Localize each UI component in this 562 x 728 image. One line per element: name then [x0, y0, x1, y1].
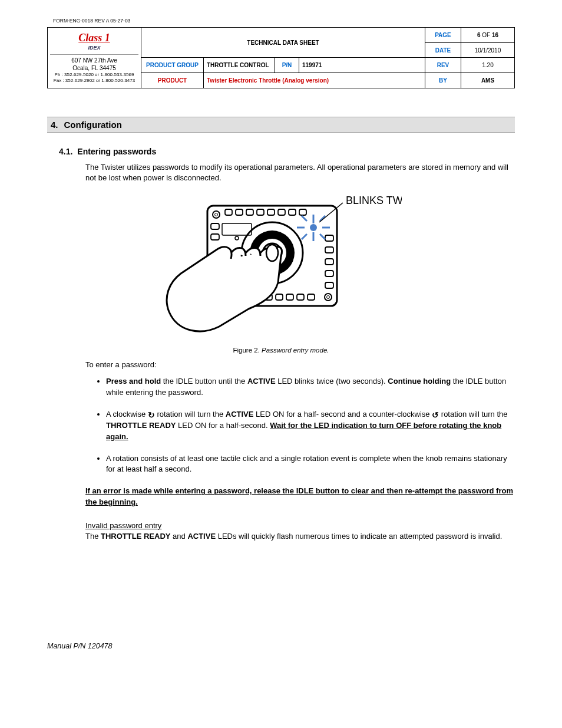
step1-bold1: Press and hold [106, 377, 161, 386]
svg-point-2 [215, 213, 218, 216]
group-label: PRODUCT GROUP [141, 58, 204, 73]
svg-point-3 [325, 294, 332, 301]
svg-point-1 [213, 211, 220, 218]
pn-value: 119971 [299, 58, 425, 73]
svg-rect-12 [299, 209, 306, 215]
svg-rect-6 [236, 209, 243, 215]
figure-annotation: BLINKS TWICE [346, 195, 402, 206]
svg-line-36 [302, 216, 307, 221]
error-note: If an error is made while entering a pas… [85, 486, 515, 507]
subsection-heading: 4.1.Entering passwords [59, 147, 515, 156]
subsection-num: 4.1. [59, 147, 72, 156]
invalid-heading: Invalid password entry [85, 521, 161, 530]
svg-point-27 [235, 236, 239, 240]
pn-label: P/N [275, 58, 299, 73]
form-id: FORM-ENG-0018 REV A 05-27-03 [53, 18, 515, 24]
section-heading: 4.Configuration [47, 117, 515, 133]
svg-point-4 [327, 296, 330, 299]
logo-addr1: 607 NW 27th Ave [50, 57, 138, 64]
step2-t1: A clockwise [106, 410, 148, 419]
svg-line-38 [302, 234, 307, 239]
svg-rect-26 [222, 223, 252, 235]
figure-caption: Figure 2. Password entry mode. [47, 347, 515, 354]
svg-rect-15 [276, 294, 283, 300]
caption-label: Figure 2. [233, 347, 259, 354]
logo-phone: Ph : 352-629-5020 or 1-800-533-3569 [50, 72, 138, 78]
page-total: 16 [492, 32, 498, 38]
figure: BLINKS TWICE Figure 2. Password entry mo… [47, 194, 515, 354]
step2-t3: LED ON for a half- second and a counter-… [253, 410, 432, 419]
inv-b2: ACTIVE [187, 532, 216, 541]
rev-label: REV [425, 58, 461, 73]
step2-bold2: THROTTLE READY [106, 421, 176, 430]
step2-t2: rotation will turn the [155, 410, 226, 419]
svg-line-39 [320, 234, 325, 239]
page-value: 6 OF 16 [461, 28, 515, 43]
footer: Manual P/N 120478 [47, 642, 515, 650]
inv-b1: THROTTLE READY [101, 532, 170, 541]
inv-t3: LEDs will quickly flash numerous times t… [216, 532, 502, 541]
logo-sub: IDEX [50, 45, 138, 52]
doc-title: TECHNICAL DATA SHEET [141, 28, 425, 58]
logo-cell: Class 1 IDEX 607 NW 27th Ave Ocala, FL 3… [48, 28, 141, 88]
date-value: 10/1/2010 [461, 42, 515, 58]
figure-svg: BLINKS TWICE [160, 194, 402, 341]
step1-t1: the IDLE button until the [161, 377, 247, 386]
svg-rect-22 [325, 247, 333, 253]
para-lead: To enter a password: [85, 360, 515, 370]
step-1: Press and hold the IDLE button until the… [106, 376, 515, 398]
svg-rect-10 [278, 209, 285, 215]
svg-rect-25 [325, 282, 333, 288]
svg-point-42 [266, 245, 278, 261]
svg-point-40 [310, 224, 317, 231]
step2-t5: LED ON for a half-second. [176, 421, 270, 430]
svg-rect-9 [267, 209, 275, 215]
step1-t2: LED blinks twice (two seconds). [276, 377, 388, 386]
svg-rect-11 [289, 209, 296, 215]
subsection-title: Entering passwords [77, 147, 156, 156]
svg-rect-18 [308, 294, 315, 300]
svg-rect-23 [325, 259, 333, 265]
cw-rotate-icon: ↻ [148, 411, 155, 419]
logo-fax: Fax : 352-629-2902 or 1-800-520-3473 [50, 78, 138, 84]
svg-rect-16 [286, 294, 293, 300]
svg-rect-20 [211, 234, 219, 240]
para-intro: The Twister utilizes passwords to modify… [85, 162, 515, 183]
step-3: A rotation consists of at least one tact… [106, 453, 515, 476]
error-note-text: If an error is made while entering a pas… [85, 486, 513, 506]
by-label: BY [425, 73, 461, 88]
inv-t2: and [170, 532, 187, 541]
ccw-rotate-icon: ↺ [432, 411, 439, 419]
step2-t4: rotation will turn the [439, 410, 507, 419]
svg-rect-8 [257, 209, 264, 215]
procedure-list: Press and hold the IDLE button until the… [106, 376, 515, 475]
svg-rect-19 [211, 223, 219, 229]
product-value: Twister Electronic Throttle (Analog vers… [204, 73, 425, 88]
step1-bold2: ACTIVE [247, 377, 276, 386]
inv-t1: The [85, 532, 101, 541]
date-label: DATE [425, 42, 461, 58]
svg-rect-17 [297, 294, 304, 300]
step2-bold1: ACTIVE [226, 410, 254, 419]
svg-rect-5 [225, 209, 232, 215]
group-value: THROTTLE CONTROL [204, 58, 275, 73]
section-num: 4. [51, 120, 58, 130]
section-title: Configuration [64, 120, 122, 130]
rev-value: 1.20 [461, 58, 515, 73]
invalid-block: Invalid password entry The THROTTLE READ… [85, 521, 515, 542]
svg-rect-7 [246, 209, 253, 215]
caption-text: Password entry mode. [262, 347, 329, 354]
svg-rect-21 [325, 235, 333, 241]
logo-brand: Class 1 [50, 31, 138, 45]
product-label: PRODUCT [141, 73, 204, 88]
page-of: OF [480, 32, 491, 38]
page-label: PAGE [425, 28, 461, 43]
logo-addr2: Ocala, FL 34475 [50, 64, 138, 72]
step1-bold3: Continue holding [388, 377, 451, 386]
step-2: A clockwise ↻ rotation will turn the ACT… [106, 409, 515, 443]
svg-rect-24 [325, 271, 333, 276]
by-value: AMS [461, 73, 515, 88]
header-table: Class 1 IDEX 607 NW 27th Ave Ocala, FL 3… [47, 27, 515, 88]
